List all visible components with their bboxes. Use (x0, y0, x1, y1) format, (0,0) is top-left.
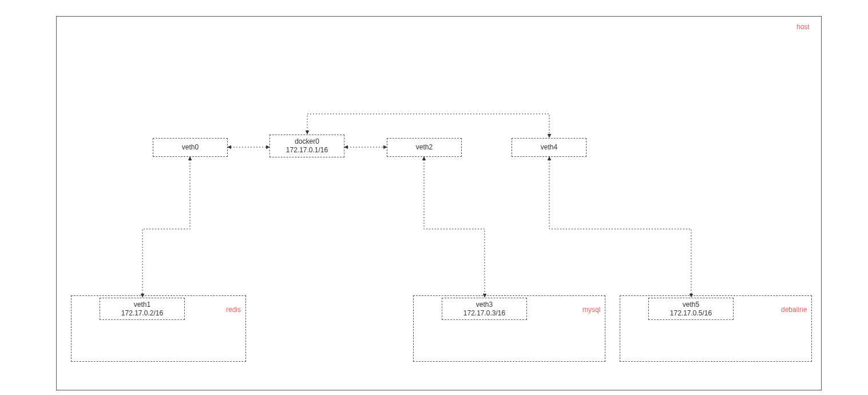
node-veth0: veth0 (153, 138, 228, 157)
label-veth1-ip: 172.17.0.2/16 (121, 309, 163, 318)
node-veth5: veth5 172.17.0.5/16 (648, 298, 734, 320)
container-redis-label: redis (226, 306, 241, 314)
container-debaiine-label: debaiine (781, 306, 807, 314)
label-veth4: veth4 (541, 143, 557, 152)
container-mysql-label: mysql (582, 306, 600, 314)
diagram-canvas: host veth0 docker0 172.17.0.1/16 veth2 v… (0, 0, 868, 395)
label-veth3-name: veth3 (476, 301, 493, 309)
node-veth3: veth3 172.17.0.3/16 (442, 298, 527, 320)
node-veth2: veth2 (387, 138, 462, 157)
host-label: host (796, 23, 810, 31)
node-docker0: docker0 172.17.0.1/16 (269, 135, 344, 157)
node-veth1: veth1 172.17.0.2/16 (100, 298, 185, 320)
label-veth5-name: veth5 (683, 301, 699, 309)
label-docker0-name: docker0 (295, 137, 319, 146)
label-veth3-ip: 172.17.0.3/16 (463, 309, 505, 318)
label-docker0-ip: 172.17.0.1/16 (286, 146, 328, 155)
label-veth2: veth2 (416, 143, 433, 152)
label-veth0: veth0 (182, 143, 199, 152)
node-veth4: veth4 (512, 138, 586, 157)
label-veth5-ip: 172.17.0.5/16 (670, 309, 712, 318)
label-veth1-name: veth1 (134, 301, 150, 309)
